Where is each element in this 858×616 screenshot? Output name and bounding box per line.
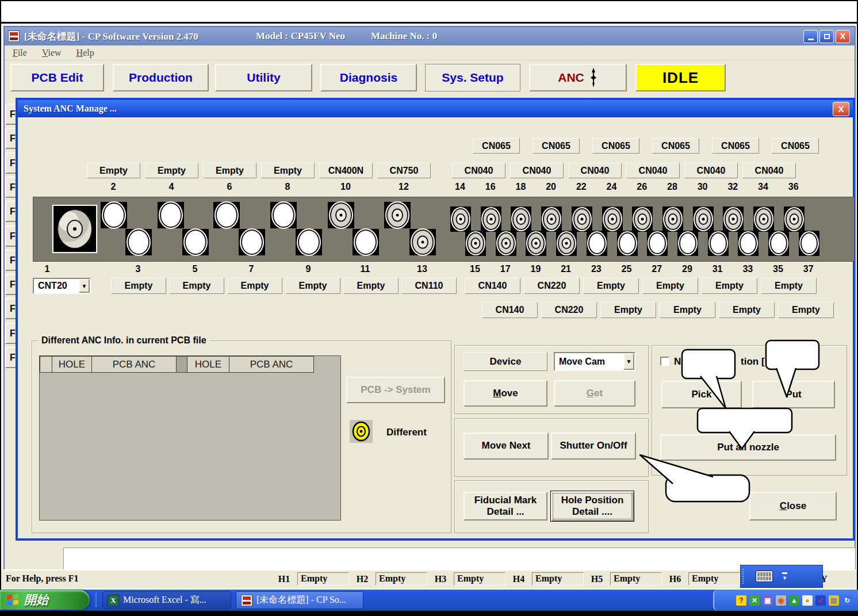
nozzle-slot[interactable] [450,206,471,232]
disc-icon[interactable]: ◉ [776,595,786,606]
minimize-button[interactable] [803,30,818,43]
nozzle-slot[interactable] [768,231,789,256]
head-label: H4 [510,574,528,584]
column-header-blank[interactable] [176,356,187,373]
nozzle-slot[interactable] [496,231,516,256]
nozzle-slot[interactable] [799,231,819,256]
option-checkbox[interactable] [660,357,669,366]
nozzle-slot[interactable] [738,231,759,256]
nozzle-slot[interactable] [270,202,297,228]
pcb-to-system-button[interactable]: PCB -> System [346,377,445,403]
nozzle-slot[interactable] [662,206,683,232]
feeder-slot-label: CN220 [541,302,597,318]
column-header-pcb-anc[interactable]: PCB ANC [229,356,314,373]
nav-production-button[interactable]: Production [113,64,209,91]
nozzle-slot[interactable] [328,202,354,228]
nozzle-slot-1-selected[interactable] [52,205,97,253]
ime-check-icon[interactable]: ✓ [815,595,826,606]
help-question-icon[interactable]: ? [736,595,746,606]
nozzle-slot[interactable] [296,229,322,255]
nozzle-present-icon [664,208,681,230]
nozzle-slot[interactable] [353,229,379,255]
nozzle-slot[interactable] [409,229,436,255]
cnt-selector[interactable]: CNT20 ▼ [33,278,91,294]
nozzle-slot[interactable] [384,202,411,228]
nozzle-slot[interactable] [541,206,562,232]
column-header-pcb-anc[interactable]: PCB ANC [91,356,177,373]
column-header-blank[interactable] [40,356,52,373]
nav-diagnosis-button[interactable]: Diagnosis [320,64,417,91]
nozzle-slot[interactable] [213,202,240,228]
nozzle-slot[interactable] [125,229,152,255]
minimize-icon[interactable] [782,572,787,574]
display-settings-icon[interactable]: ▤ [829,595,839,606]
nozzle-slot[interactable] [602,206,623,232]
hole-position-detail-button[interactable]: Hole Position Detail .... [550,491,634,522]
device-mode-select[interactable]: Move Cam ▼ [554,352,635,371]
menu-file[interactable]: File [13,48,27,58]
move-next-button[interactable]: Move Next [464,433,549,460]
close-icon: X [840,32,845,40]
nozzle-slot[interactable] [693,206,714,232]
nozzle-slot[interactable] [465,231,486,256]
nozzle-slot[interactable] [587,231,607,256]
network-windows-icon[interactable]: ▣ [763,595,773,606]
shutter-toggle-button[interactable]: Shutter On/Off [551,433,636,460]
start-button[interactable]: 開始 [0,590,90,610]
nozzle-slot[interactable] [632,206,653,232]
nozzle-slot[interactable] [723,206,744,232]
nav-pcb-edit-button[interactable]: PCB Edit [10,64,104,91]
mouse-icon[interactable]: ● [802,595,813,606]
keyboard-icon[interactable] [756,571,773,582]
close-window-button[interactable]: X [836,30,850,43]
app-icon [8,30,20,42]
nozzle-slot[interactable] [708,231,729,256]
update-shield-icon[interactable]: ▲ [789,595,799,606]
pick-button[interactable]: Pick [661,381,742,408]
anc-diff-table[interactable]: HOLEPCB ANCHOLEPCB ANC [39,355,341,521]
move-button[interactable]: Move [464,380,547,407]
column-header-hole[interactable]: HOLE [187,356,229,373]
nozzle-present-icon [412,229,434,255]
nozzle-slot[interactable] [572,206,592,232]
taskbar-task-1[interactable]: XMicrosoft Excel - 寫... [102,591,231,609]
nozzle-slot[interactable] [784,206,805,232]
dialog-close-button[interactable]: X [833,102,849,116]
chevron-down-icon[interactable]: ▼ [79,279,90,293]
nozzle-slot[interactable] [647,231,668,256]
chevron-down-icon[interactable]: ▼ [782,575,787,581]
column-header-hole[interactable]: HOLE [52,356,92,373]
get-button[interactable]: Get [554,380,635,407]
nav-anc-button[interactable]: ANC [529,64,627,91]
nozzle-slot[interactable] [158,202,184,228]
taskbar-task-2[interactable]: [未命名標題] - CP So... [236,591,363,609]
sync-icon[interactable]: ↻ [842,595,852,606]
fiducial-mark-detail-button[interactable]: Fiducial Mark Detail ... [464,492,547,521]
put-all-nozzle-button[interactable]: Put all nozzle [660,434,836,461]
nozzle-slot[interactable] [556,231,577,256]
close-dialog-button[interactable]: Close [749,492,837,521]
maximize-button[interactable] [819,30,834,43]
language-bar[interactable]: ▼ [740,565,823,588]
nozzle-slot[interactable] [182,229,209,255]
chevron-down-icon[interactable]: ▼ [623,353,634,370]
language-bar-controls[interactable]: ▼ [782,572,787,581]
feeder-slot-label: CN140 [465,278,520,294]
slot-number: 29 [675,264,700,274]
menu-view[interactable]: View [42,48,62,58]
put-button[interactable]: Put [752,381,835,408]
nozzle-slot[interactable] [101,202,127,228]
nozzle-slot[interactable] [239,229,265,255]
nozzle-slot[interactable] [526,231,546,256]
users-blocked-icon[interactable]: ✕ [749,595,760,606]
menu-help[interactable]: Help [76,48,94,58]
nozzle-slot[interactable] [617,231,638,256]
different-legend-icon [350,420,373,443]
nav-utility-button[interactable]: Utility [215,64,312,91]
nozzle-slot[interactable] [511,206,531,232]
nozzle-slot[interactable] [753,206,774,232]
nozzle-slot[interactable] [677,231,698,256]
nav-sys-setup-button[interactable]: Sys. Setup [425,64,520,91]
nozzle-slot[interactable] [481,206,501,232]
drag-grip-icon[interactable] [742,569,748,584]
